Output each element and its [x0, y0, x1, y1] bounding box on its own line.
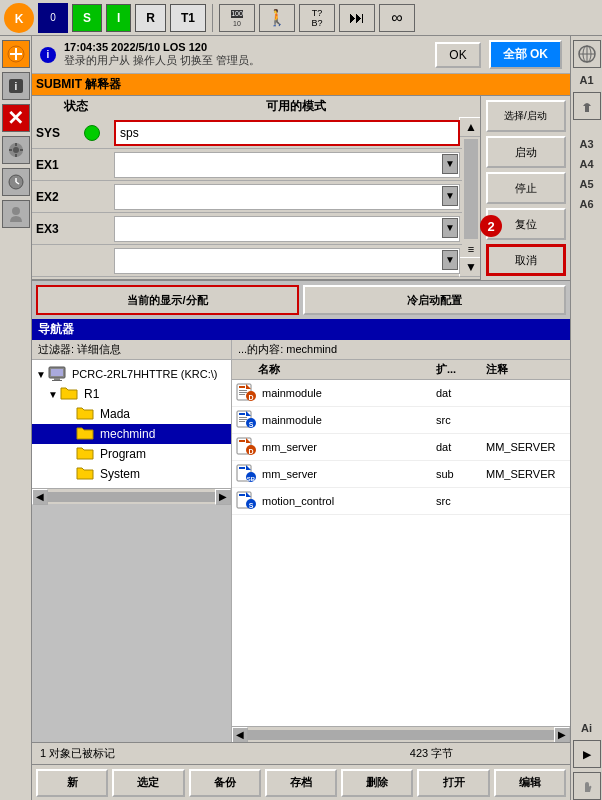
dropdown-ex2[interactable]: ▼: [442, 186, 458, 206]
ok-all-button[interactable]: 全部 OK: [489, 40, 562, 69]
info-text: 17:04:35 2022/5/10 LOS 120 登录的用户从 操作人员 切…: [64, 41, 427, 68]
svg-rect-52: [239, 494, 245, 496]
btn-speed[interactable]: 100 10: [219, 4, 255, 32]
tree-hscroll-track: [48, 492, 215, 502]
sidebar-icon-orange[interactable]: [2, 40, 30, 68]
svg-text:D: D: [248, 394, 253, 401]
tree-item-r1[interactable]: ▼ R1: [32, 384, 231, 404]
svg-rect-22: [54, 378, 60, 380]
btn-delete[interactable]: 删除: [341, 769, 413, 797]
logo: K: [4, 3, 34, 33]
file-ext-mmserver-dat: dat: [436, 441, 486, 453]
status-right: 423 字节: [301, 746, 562, 761]
row-input-wrap-ex2: ▼: [112, 182, 462, 212]
tree-hscroll-right[interactable]: ▶: [215, 489, 231, 505]
tree-item-mechmind-label: mechmind: [100, 427, 155, 441]
btn-cold-start[interactable]: 冷启动配置: [303, 285, 566, 315]
dropdown-empty[interactable]: ▼: [442, 250, 458, 270]
svg-rect-36: [239, 419, 247, 420]
btn-edit[interactable]: 编辑: [494, 769, 566, 797]
rs-btn-bottom-arrow[interactable]: ▶: [573, 740, 601, 768]
rs-btn-globe[interactable]: [573, 40, 601, 68]
btn-open[interactable]: 打开: [417, 769, 489, 797]
btn-start[interactable]: 启动: [486, 136, 566, 168]
row-input-ex3[interactable]: [114, 216, 460, 242]
rs-btn-hand[interactable]: [573, 772, 601, 800]
file-ext-mainmodule-src: src: [436, 414, 486, 426]
time-display: 0: [38, 3, 68, 33]
btn-skip[interactable]: ⏭: [339, 4, 375, 32]
tree-hscroll-left[interactable]: ◀: [32, 489, 48, 505]
btn-backup[interactable]: 备份: [189, 769, 261, 797]
file-hscroll-left[interactable]: ◀: [232, 727, 248, 743]
svg-rect-27: [239, 390, 247, 391]
ok-button[interactable]: OK: [435, 42, 480, 68]
file-table-header: 名称 扩... 注释: [232, 360, 570, 380]
btn-new[interactable]: 新: [36, 769, 108, 797]
sidebar-icon-user[interactable]: [2, 200, 30, 228]
list-item[interactable]: SB mm_server sub MM_SERVER: [232, 461, 570, 488]
rs-label-ai: Ai: [579, 720, 594, 736]
left-sidebar: i ✕: [0, 36, 32, 800]
dropdown-ex3[interactable]: ▼: [442, 218, 458, 238]
row-input-wrap-ex3: ▼: [112, 214, 462, 244]
file-hscroll: ◀ ▶: [232, 726, 570, 742]
tree-item-system-label: System: [100, 467, 140, 481]
tree-item-program[interactable]: Program: [32, 444, 231, 464]
row-input-empty[interactable]: [114, 248, 460, 274]
file-name-mmserver-sub: mm_server: [262, 468, 436, 480]
header-mode: 可用的模式: [116, 98, 476, 115]
sidebar-icon-close[interactable]: ✕: [2, 104, 30, 132]
filter-bar: 过滤器: 详细信息: [32, 340, 231, 360]
btn-select-start[interactable]: 选择/启动: [486, 100, 566, 132]
tree-item-mada[interactable]: Mada: [32, 404, 231, 424]
svg-text:K: K: [15, 12, 24, 26]
btn-current-display[interactable]: 当前的显示/分配: [36, 285, 299, 315]
right-sidebar: A1 A3 A4 A5 A6 Ai ▶: [570, 36, 602, 800]
btn-cancel[interactable]: 取消: [486, 244, 566, 276]
btn-stop[interactable]: 停止: [486, 172, 566, 204]
file-icon-motioncontrol-src: S: [236, 491, 258, 511]
btn-t2b[interactable]: T?B?: [299, 4, 335, 32]
content-right: i 17:04:35 2022/5/10 LOS 120 登录的用户从 操作人员…: [32, 36, 570, 800]
file-header-ext: 扩...: [436, 362, 486, 377]
list-item[interactable]: D mainmodule dat: [232, 380, 570, 407]
sidebar-icon-clock[interactable]: [2, 168, 30, 196]
status-left: 1 对象已被标记: [40, 746, 301, 761]
btn-s[interactable]: S: [72, 4, 102, 32]
dropdown-ex1[interactable]: ▼: [442, 154, 458, 174]
tree-item-root[interactable]: ▼ PCRC-2RL7HHTTRE (KRC:\): [32, 364, 231, 384]
tree-item-mechmind[interactable]: mechmind: [32, 424, 231, 444]
row-input-wrap-ex1: ▼: [112, 150, 462, 180]
sidebar-icon-info[interactable]: i: [2, 72, 30, 100]
list-item[interactable]: S motion_control src: [232, 488, 570, 515]
btn-i[interactable]: I: [106, 4, 131, 32]
status-bar: 1 对象已被标记 423 字节: [32, 742, 570, 764]
sidebar-icon-settings[interactable]: [2, 136, 30, 164]
tree-item-program-label: Program: [100, 447, 146, 461]
row-input-ex2[interactable]: [114, 184, 460, 210]
file-hscroll-right[interactable]: ▶: [554, 727, 570, 743]
chevron-icon-r1: ▼: [48, 389, 58, 400]
btn-walk[interactable]: 🚶: [259, 4, 295, 32]
file-name-mainmodule-dat: mainmodule: [262, 387, 436, 399]
tree-item-r1-label: R1: [84, 387, 99, 401]
btn-r[interactable]: R: [135, 4, 166, 32]
btn-t1[interactable]: T1: [170, 4, 206, 32]
file-name-mmserver-dat: mm_server: [262, 441, 436, 453]
row-input-wrap-sys: [112, 118, 462, 148]
pc-icon: [48, 366, 68, 382]
svg-rect-35: [239, 417, 247, 418]
list-item[interactable]: D mm_server dat MM_SERVER: [232, 434, 570, 461]
row-input-ex1[interactable]: [114, 152, 460, 178]
tree-item-system[interactable]: System: [32, 464, 231, 484]
rs-btn-arrow[interactable]: [573, 92, 601, 120]
svg-rect-34: [239, 413, 245, 415]
nav-title: 导航器: [32, 319, 570, 340]
list-item[interactable]: S mainmodule src: [232, 407, 570, 434]
btn-archive[interactable]: 存档: [265, 769, 337, 797]
row-input-sys[interactable]: [114, 120, 460, 146]
table-row: EX1 ▼: [32, 149, 462, 181]
btn-select[interactable]: 选定: [112, 769, 184, 797]
btn-inf[interactable]: ∞: [379, 4, 415, 32]
